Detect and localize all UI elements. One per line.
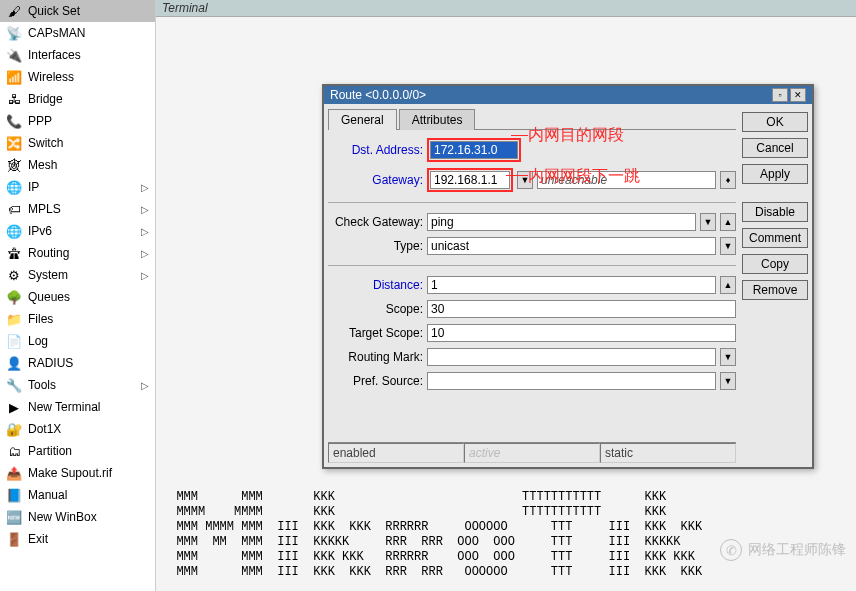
cancel-button[interactable]: Cancel <box>742 138 808 158</box>
sidebar-item-mesh[interactable]: 🕸Mesh <box>0 154 155 176</box>
route-title-text: Route <0.0.0.0/0> <box>330 88 772 102</box>
sidebar-icon: 🛣 <box>6 245 22 261</box>
label-gateway: Gateway: <box>328 173 423 187</box>
sidebar-item-system[interactable]: ⚙System▷ <box>0 264 155 286</box>
sidebar-label: Interfaces <box>28 48 149 62</box>
sidebar-label: Mesh <box>28 158 149 172</box>
check-gateway-dropdown-icon[interactable]: ▼ <box>700 213 716 231</box>
sidebar-label: New WinBox <box>28 510 149 524</box>
label-type: Type: <box>328 239 423 253</box>
sidebar-icon: 🖌 <box>6 3 22 19</box>
label-distance: Distance: <box>328 278 423 292</box>
sidebar-item-bridge[interactable]: 🖧Bridge <box>0 88 155 110</box>
content-area: Terminal MMM MMM KKK TTTTTTTTTTT KKK MMM… <box>156 0 856 591</box>
sidebar-label: Tools <box>28 378 141 392</box>
status-enabled: enabled <box>328 443 464 463</box>
sidebar-item-ip[interactable]: 🌐IP▷ <box>0 176 155 198</box>
remove-button[interactable]: Remove <box>742 280 808 300</box>
gateway-add-icon[interactable]: ♦ <box>720 171 736 189</box>
sidebar-label: System <box>28 268 141 282</box>
sidebar-item-wireless[interactable]: 📶Wireless <box>0 66 155 88</box>
sidebar-icon: 🆕 <box>6 509 22 525</box>
sidebar-item-ipv6[interactable]: 🌐IPv6▷ <box>0 220 155 242</box>
input-routing-mark[interactable] <box>427 348 716 366</box>
terminal-output: MMM MMM KKK TTTTTTTTTTT KKK MMMM MMMM KK… <box>162 490 702 580</box>
sidebar-item-new-winbox[interactable]: 🆕New WinBox <box>0 506 155 528</box>
disable-button[interactable]: Disable <box>742 202 808 222</box>
expand-icon: ▷ <box>141 182 149 193</box>
sidebar-icon: 📁 <box>6 311 22 327</box>
sidebar-item-ppp[interactable]: 📞PPP <box>0 110 155 132</box>
status-bar: enabled active static <box>328 442 736 463</box>
sidebar-icon: 👤 <box>6 355 22 371</box>
sidebar-item-tools[interactable]: 🔧Tools▷ <box>0 374 155 396</box>
minimize-button[interactable]: ▫ <box>772 88 788 102</box>
sidebar-label: Switch <box>28 136 149 150</box>
sidebar-icon: 🌳 <box>6 289 22 305</box>
sidebar-item-queues[interactable]: 🌳Queues <box>0 286 155 308</box>
sidebar-item-log[interactable]: 📄Log <box>0 330 155 352</box>
sidebar-item-routing[interactable]: 🛣Routing▷ <box>0 242 155 264</box>
sidebar-label: IP <box>28 180 141 194</box>
wechat-icon: ✆ <box>720 539 742 561</box>
route-title-bar[interactable]: Route <0.0.0.0/0> ▫ ✕ <box>324 86 812 104</box>
copy-button[interactable]: Copy <box>742 254 808 274</box>
status-static: static <box>600 443 736 463</box>
sidebar-item-manual[interactable]: 📘Manual <box>0 484 155 506</box>
sidebar-icon: 🔀 <box>6 135 22 151</box>
comment-button[interactable]: Comment <box>742 228 808 248</box>
sidebar-icon: 🕸 <box>6 157 22 173</box>
sidebar-icon: 📶 <box>6 69 22 85</box>
input-scope[interactable] <box>427 300 736 318</box>
sidebar-item-radius[interactable]: 👤RADIUS <box>0 352 155 374</box>
sidebar-item-new-terminal[interactable]: ▶New Terminal <box>0 396 155 418</box>
sidebar-item-mpls[interactable]: 🏷MPLS▷ <box>0 198 155 220</box>
input-check-gateway[interactable] <box>427 213 696 231</box>
expand-icon: ▷ <box>141 270 149 281</box>
input-gateway[interactable] <box>430 171 510 189</box>
sidebar-icon: 🗂 <box>6 443 22 459</box>
sidebar-icon: 📤 <box>6 465 22 481</box>
watermark-text: 网络工程师陈锋 <box>748 541 846 559</box>
close-button[interactable]: ✕ <box>790 88 806 102</box>
sidebar-label: Routing <box>28 246 141 260</box>
tab-attributes[interactable]: Attributes <box>399 109 476 130</box>
annotation-gateway: 内网网段下一跳 <box>528 166 640 187</box>
input-type[interactable] <box>427 237 716 255</box>
input-dst-address[interactable] <box>430 141 518 159</box>
sidebar-label: CAPsMAN <box>28 26 149 40</box>
sidebar-item-quick-set[interactable]: 🖌Quick Set <box>0 0 155 22</box>
sidebar-label: Files <box>28 312 149 326</box>
watermark: ✆ 网络工程师陈锋 <box>720 539 846 561</box>
sidebar-icon: 🏷 <box>6 201 22 217</box>
sidebar-item-switch[interactable]: 🔀Switch <box>0 132 155 154</box>
expand-icon: ▷ <box>141 248 149 259</box>
sidebar-label: Exit <box>28 532 149 546</box>
sidebar-item-make-supout-rif[interactable]: 📤Make Supout.rif <box>0 462 155 484</box>
sidebar-item-interfaces[interactable]: 🔌Interfaces <box>0 44 155 66</box>
check-gateway-clear-icon[interactable]: ▲ <box>720 213 736 231</box>
type-dropdown-icon[interactable]: ▼ <box>720 237 736 255</box>
input-distance[interactable] <box>427 276 716 294</box>
apply-button[interactable]: Apply <box>742 164 808 184</box>
label-scope: Scope: <box>328 302 423 316</box>
sidebar-icon: 📡 <box>6 25 22 41</box>
sidebar-label: IPv6 <box>28 224 141 238</box>
sidebar-item-partition[interactable]: 🗂Partition <box>0 440 155 462</box>
distance-clear-icon[interactable]: ▲ <box>720 276 736 294</box>
ok-button[interactable]: OK <box>742 112 808 132</box>
sidebar-icon: 🔧 <box>6 377 22 393</box>
sidebar-item-files[interactable]: 📁Files <box>0 308 155 330</box>
terminal-tab-title[interactable]: Terminal <box>156 0 856 17</box>
tab-general[interactable]: General <box>328 109 397 130</box>
sidebar-item-exit[interactable]: 🚪Exit <box>0 528 155 550</box>
routing-mark-dropdown-icon[interactable]: ▼ <box>720 348 736 366</box>
pref-source-dropdown-icon[interactable]: ▼ <box>720 372 736 390</box>
input-pref-source[interactable] <box>427 372 716 390</box>
sidebar-icon: ⚙ <box>6 267 22 283</box>
input-target-scope[interactable] <box>427 324 736 342</box>
sidebar-item-capsman[interactable]: 📡CAPsMAN <box>0 22 155 44</box>
sidebar-icon: 🖧 <box>6 91 22 107</box>
sidebar-label: Bridge <box>28 92 149 106</box>
sidebar-item-dot1x[interactable]: 🔐Dot1X <box>0 418 155 440</box>
